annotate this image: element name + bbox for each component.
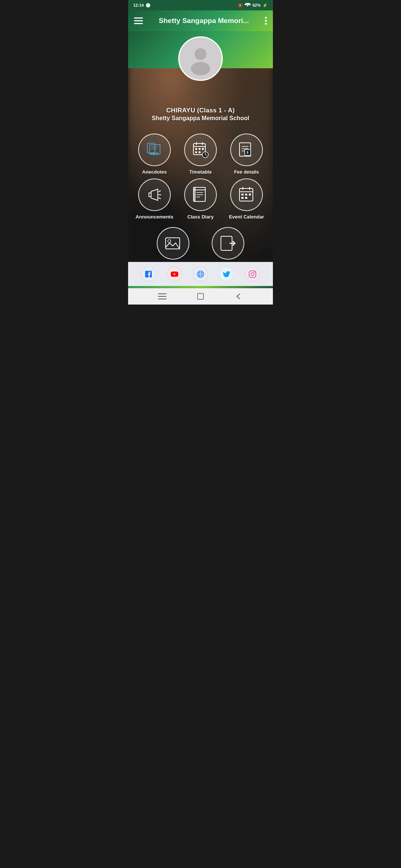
svg-rect-1: [134, 20, 143, 22]
fee-details-label: Fee details: [234, 169, 259, 175]
android-home-icon[interactable]: [196, 292, 205, 300]
announcements-label: Announcements: [136, 214, 173, 220]
class-diary-label: Class Diary: [188, 214, 214, 220]
menu-item-gallery[interactable]: Gallery: [157, 227, 189, 262]
more-vert-icon[interactable]: [265, 17, 267, 25]
menu-item-event-calendar[interactable]: Event Calendar: [225, 178, 268, 220]
android-back-icon[interactable]: [235, 292, 243, 300]
svg-rect-54: [245, 197, 247, 199]
announcements-circle: [138, 178, 171, 211]
svg-line-37: [159, 191, 161, 192]
svg-rect-40: [194, 187, 205, 201]
android-nav-bar: [128, 288, 273, 305]
app-bar-title: Shetty Sangappa Memori...: [159, 17, 249, 25]
anecdotes-label: Anecdotes: [142, 169, 167, 175]
time-display: 12:14: [133, 3, 144, 7]
fee-details-icon: $: [238, 141, 255, 158]
app-bar: Shetty Sangappa Memori...: [128, 10, 273, 31]
twitter-button[interactable]: [219, 267, 234, 282]
anecdotes-icon: [146, 142, 163, 157]
svg-rect-53: [241, 197, 244, 199]
clock-icon: 🕐: [146, 3, 151, 8]
social-bar: [128, 262, 273, 286]
avatar-wrapper: [128, 31, 273, 81]
bottom-menu: Gallery Logout: [128, 226, 273, 262]
menu-grid: Anecdotes: [128, 128, 273, 226]
svg-rect-55: [166, 238, 180, 249]
menu-item-fee-details[interactable]: $ Fee details: [225, 134, 268, 175]
svg-rect-0: [134, 17, 143, 19]
menu-item-anecdotes[interactable]: Anecdotes: [133, 134, 176, 175]
announcements-icon: [146, 186, 163, 203]
svg-rect-52: [249, 194, 251, 195]
svg-rect-23: [195, 151, 197, 153]
event-calendar-icon: [238, 186, 255, 203]
event-calendar-label: Event Calendar: [229, 214, 264, 220]
android-menu-icon[interactable]: [158, 293, 166, 300]
user-info: CHIRAYU (Class 1 - A) Shetty Sangappa Me…: [128, 81, 273, 128]
menu-item-logout[interactable]: Logout: [212, 227, 244, 262]
svg-point-3: [265, 17, 267, 19]
logout-circle: [212, 227, 244, 260]
svg-rect-50: [241, 194, 244, 195]
logout-icon: [219, 235, 237, 252]
svg-point-65: [251, 273, 254, 276]
gallery-icon: [164, 236, 182, 251]
timetable-label: Timetable: [189, 169, 212, 175]
fee-details-circle: $: [230, 134, 263, 166]
menu-item-timetable[interactable]: Timetable: [179, 134, 222, 175]
svg-point-8: [191, 62, 210, 75]
svg-rect-22: [202, 148, 204, 150]
bell-icon: 🔕: [238, 3, 243, 8]
menu-item-class-diary[interactable]: Class Diary: [179, 178, 222, 220]
battery-display: 62%: [252, 3, 261, 7]
avatar-silhouette: [184, 42, 217, 75]
battery-icon: ⚡: [263, 3, 268, 8]
svg-point-14: [156, 152, 158, 155]
youtube-button[interactable]: [167, 267, 182, 282]
event-calendar-circle: [230, 178, 263, 211]
gallery-circle: [157, 227, 189, 260]
timetable-icon: [192, 141, 209, 158]
svg-rect-21: [199, 148, 200, 150]
avatar: [178, 36, 223, 81]
timetable-circle: [184, 134, 217, 166]
class-diary-circle: [184, 178, 217, 211]
facebook-button[interactable]: [141, 267, 156, 282]
main-area: CHIRAYU (Class 1 - A) Shetty Sangappa Me…: [128, 31, 273, 262]
menu-item-announcements[interactable]: Announcements: [133, 178, 176, 220]
svg-line-39: [159, 198, 161, 199]
svg-rect-24: [199, 151, 200, 153]
anecdotes-circle: [138, 134, 171, 166]
svg-text:$: $: [247, 151, 248, 154]
hamburger-icon[interactable]: [134, 17, 143, 24]
website-button[interactable]: [193, 267, 208, 282]
svg-marker-36: [151, 189, 158, 200]
class-diary-icon: [192, 186, 209, 203]
school-name: Shetty Sangappa Memorial School: [128, 115, 273, 122]
svg-point-66: [254, 272, 255, 272]
svg-rect-70: [198, 293, 203, 299]
status-bar: 12:14 🕐 🔕 62% ⚡: [128, 0, 273, 10]
svg-point-13: [153, 152, 156, 155]
svg-point-4: [265, 20, 267, 22]
instagram-button[interactable]: [245, 267, 260, 282]
svg-rect-51: [245, 194, 247, 195]
svg-point-15: [150, 152, 153, 155]
svg-rect-20: [195, 148, 197, 150]
svg-rect-2: [134, 23, 143, 24]
wifi-icon: [245, 3, 251, 7]
svg-point-56: [168, 240, 171, 243]
user-name: CHIRAYU (Class 1 - A): [128, 107, 273, 114]
svg-point-5: [265, 23, 267, 25]
svg-point-7: [195, 48, 206, 60]
